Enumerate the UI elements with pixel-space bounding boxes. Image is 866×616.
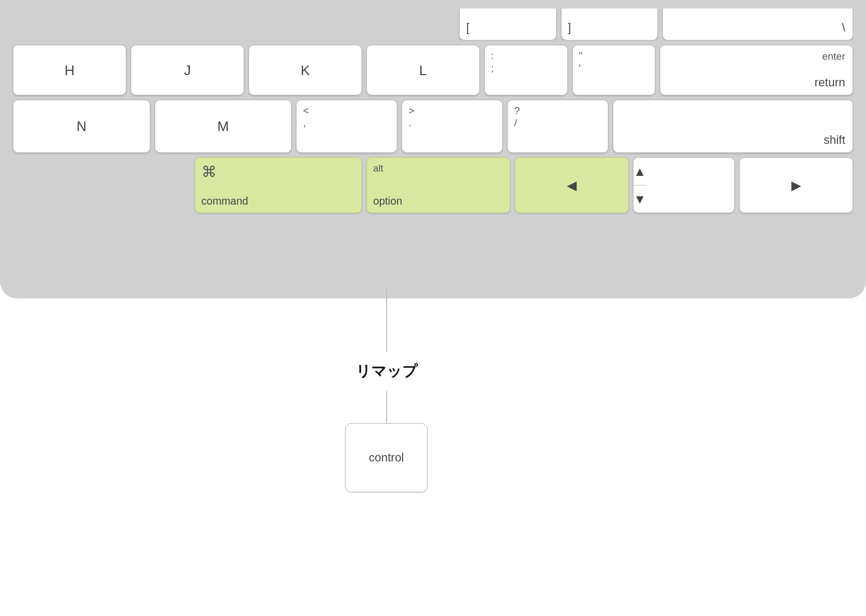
left-arrow-icon: ◀: [567, 178, 576, 193]
key-enter-bottom: return: [814, 76, 845, 90]
key-label: shift: [824, 133, 845, 147]
key-shift-right[interactable]: shift: [613, 100, 853, 153]
key-semicolon[interactable]: : ;: [484, 45, 568, 95]
key-label: K: [301, 62, 310, 78]
key-down-arrow[interactable]: ▼: [634, 185, 646, 213]
down-arrow-icon: ▼: [634, 192, 646, 207]
row-nm: N M < , > . ? / shift: [13, 100, 853, 153]
key-bottom-label: .: [408, 118, 411, 129]
key-k[interactable]: K: [248, 45, 362, 95]
key-label: J: [184, 62, 191, 78]
key-top-label: :: [491, 51, 494, 62]
key-label: N: [76, 118, 86, 135]
key-left-arrow[interactable]: ◀: [515, 157, 629, 213]
key-label: L: [419, 62, 427, 78]
key-top-label: ": [579, 51, 583, 62]
key-comma[interactable]: < ,: [296, 100, 397, 153]
connector-line-2: [386, 391, 387, 423]
key-control-target[interactable]: control: [345, 423, 428, 492]
remap-label: リマップ: [356, 361, 418, 382]
key-bracket-right[interactable]: ]: [561, 9, 659, 40]
key-top-label: ?: [514, 106, 520, 117]
key-quote[interactable]: " ': [572, 45, 656, 95]
row-partial: [ ] \: [13, 9, 853, 40]
key-label: command: [202, 195, 248, 207]
right-arrow-icon: ▶: [791, 178, 801, 193]
key-command[interactable]: ⌘ command: [195, 157, 362, 213]
command-icon: ⌘: [202, 163, 217, 181]
key-label: M: [218, 118, 229, 135]
key-alt-label: alt: [373, 163, 383, 175]
key-n[interactable]: N: [13, 100, 150, 153]
key-bracket-left[interactable]: [: [459, 9, 557, 40]
key-right-arrow[interactable]: ▶: [739, 157, 853, 213]
key-option-label: option: [373, 195, 403, 207]
key-bottom-label: /: [514, 118, 517, 129]
key-label: \: [842, 21, 845, 35]
key-top-label: >: [408, 106, 414, 117]
key-control-label: control: [368, 451, 404, 465]
row-hjkl: H J K L : ; " ' enter return: [13, 45, 853, 95]
key-l[interactable]: L: [366, 45, 480, 95]
key-option[interactable]: alt option: [366, 157, 510, 213]
key-bottom-label: ,: [303, 118, 306, 129]
key-bottom-label: ': [579, 63, 581, 74]
key-enter-top: enter: [822, 51, 845, 62]
remap-connector: リマップ control: [0, 288, 866, 492]
key-top-label: <: [303, 106, 309, 117]
key-label: [: [466, 21, 469, 35]
key-label: ]: [568, 21, 571, 35]
key-backslash[interactable]: \: [662, 9, 853, 40]
key-j[interactable]: J: [131, 45, 244, 95]
key-up-arrow[interactable]: ▲: [634, 158, 646, 185]
row-modifiers: ⌘ command alt option ◀ ▲ ▼ ▶: [13, 157, 853, 213]
key-enter[interactable]: enter return: [660, 45, 853, 95]
key-slash[interactable]: ? /: [507, 100, 608, 153]
up-arrow-icon: ▲: [634, 164, 646, 179]
key-m[interactable]: M: [155, 100, 292, 153]
key-h[interactable]: H: [13, 45, 126, 95]
key-period[interactable]: > .: [402, 100, 503, 153]
keyboard: [ ] \ H J K L : ; " ' enter: [0, 0, 866, 298]
key-bottom-label: ;: [491, 63, 494, 74]
key-label: H: [65, 62, 75, 78]
connector-line: [386, 288, 387, 352]
key-updown-arrows[interactable]: ▲ ▼: [633, 157, 734, 213]
